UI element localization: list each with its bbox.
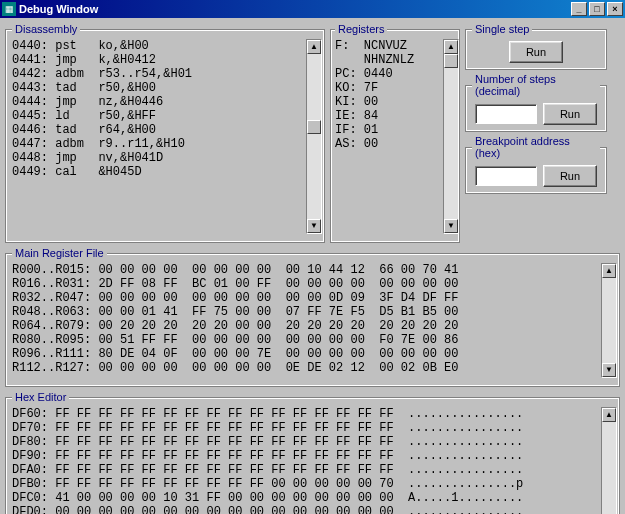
main-register-label: Main Register File [12,247,107,259]
main-register-text: R000..R015: 00 00 00 00 00 00 00 00 00 1… [12,263,601,378]
registers-label: Registers [335,23,387,35]
close-button[interactable]: × [607,2,623,16]
scroll-thumb[interactable] [307,120,321,134]
main-register-scrollbar[interactable]: ▲ ▼ [601,263,617,378]
single-step-label: Single step [472,23,532,35]
num-steps-label: Number of steps (decimal) [472,73,600,97]
scroll-up-icon[interactable]: ▲ [307,40,321,54]
disassembly-text: 0440: pst ko,&H00 0441: jmp k,&H0412 044… [12,39,306,234]
client-area: Disassembly 0440: pst ko,&H00 0441: jmp … [0,18,625,514]
num-steps-group: Number of steps (decimal) Run [465,73,607,132]
hex-editor-group: Hex Editor DF60: FF FF FF FF FF FF FF FF… [5,391,620,514]
app-icon: ▦ [2,2,16,16]
scroll-up-icon[interactable]: ▲ [444,40,458,54]
scroll-down-icon[interactable]: ▼ [444,219,458,233]
steps-run-button[interactable]: Run [543,103,597,125]
scroll-down-icon[interactable]: ▼ [307,219,321,233]
disassembly-scrollbar[interactable]: ▲ ▼ [306,39,322,234]
minimize-button[interactable]: _ [571,2,587,16]
window-title: Debug Window [19,3,569,15]
breakpoint-input[interactable] [475,166,537,186]
scroll-up-icon[interactable]: ▲ [602,264,616,278]
scroll-down-icon[interactable]: ▼ [602,363,616,377]
disassembly-label: Disassembly [12,23,80,35]
titlebar: ▦ Debug Window _ □ × [0,0,625,18]
controls-column: Single step Run Number of steps (decimal… [465,23,607,243]
steps-input[interactable] [475,104,537,124]
breakpoint-run-button[interactable]: Run [543,165,597,187]
scroll-thumb[interactable] [444,54,458,68]
hex-editor-text: DF60: FF FF FF FF FF FF FF FF FF FF FF F… [12,407,601,514]
hex-editor-label: Hex Editor [12,391,69,403]
scroll-up-icon[interactable]: ▲ [602,408,616,422]
breakpoint-label: Breakpoint address (hex) [472,135,600,159]
breakpoint-group: Breakpoint address (hex) Run [465,135,607,194]
hex-editor-scrollbar[interactable]: ▲ ▼ [601,407,617,514]
registers-scrollbar[interactable]: ▲ ▼ [443,39,459,234]
registers-text: F: NCNVUZ NHNZNLZ PC: 0440 KO: 7F KI: 00… [335,39,443,234]
registers-group: Registers F: NCNVUZ NHNZNLZ PC: 0440 KO:… [330,23,460,243]
disassembly-group: Disassembly 0440: pst ko,&H00 0441: jmp … [5,23,325,243]
single-step-group: Single step Run [465,23,607,70]
single-step-run-button[interactable]: Run [509,41,563,63]
maximize-button[interactable]: □ [589,2,605,16]
main-register-group: Main Register File R000..R015: 00 00 00 … [5,247,620,387]
